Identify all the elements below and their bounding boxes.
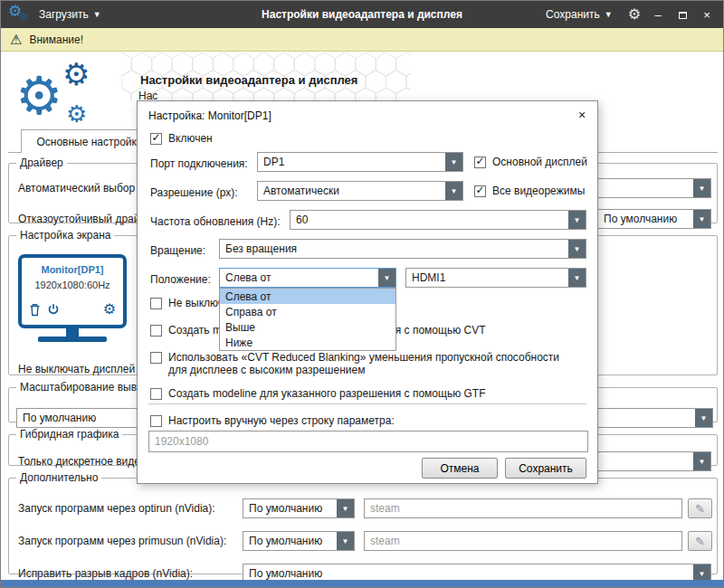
dropdown-arrow-icon	[445, 153, 462, 171]
titlebar: ⚙ ⚙ Загрузить ▼ Настройки видеоадаптера …	[1, 1, 723, 28]
minimize-button[interactable]: –	[651, 9, 665, 21]
enabled-checkbox[interactable]: Включен	[150, 132, 213, 145]
gear-icon[interactable]: ⚙	[103, 302, 116, 317]
maximize-icon	[679, 12, 687, 19]
position-label: Положение:	[150, 273, 211, 286]
checkbox-box	[150, 133, 162, 145]
monitor-widget[interactable]: Monitor[DP1] 1920x1080:60Hz ⚙	[18, 254, 129, 343]
hybrid-select[interactable]	[597, 451, 711, 471]
dropdown-arrow-icon	[693, 210, 710, 228]
maximize-button[interactable]	[675, 9, 690, 21]
all-modes-label: Все видеорежимы	[492, 185, 585, 197]
dropdown-arrow-icon	[445, 182, 462, 200]
keep-display-on-label: Не выключать дисплей	[18, 363, 135, 375]
checkbox-box	[150, 298, 162, 309]
gtf-checkbox[interactable]: Создать modeline для указанного разрешен…	[150, 387, 486, 400]
primusrun-mode-select[interactable]: По умолчанию	[243, 531, 355, 551]
chevron-down-icon: ▼	[605, 11, 613, 19]
dropdown-option-above[interactable]: Выше	[220, 319, 395, 335]
dropdown-option-below[interactable]: Ниже	[220, 335, 395, 350]
all-modes-checkbox[interactable]: Все видеорежимы	[474, 185, 585, 197]
cvt-rb-label: Использовать «CVT Reduced Blanking» умен…	[168, 351, 561, 376]
monitor-base	[38, 337, 107, 342]
settings-gear-icon[interactable]: ⚙	[628, 7, 641, 22]
load-menu-button[interactable]: Загрузить ▼	[33, 5, 107, 24]
checkbox-box	[150, 352, 162, 364]
enabled-label: Включен	[168, 132, 213, 145]
gear-icon: ⚙	[15, 70, 62, 122]
dialog-close-button[interactable]: ×	[574, 107, 590, 123]
dropdown-option-right-of[interactable]: Справа от	[220, 304, 395, 319]
dropdown-arrow-icon	[693, 452, 710, 470]
dropdown-arrow-icon	[378, 269, 395, 287]
driver-auto-value	[598, 179, 693, 197]
relative-output-value: HDMI1	[406, 269, 568, 287]
rotation-value: Без вращения	[220, 240, 568, 258]
pencil-icon: ✎	[695, 503, 705, 515]
dropdown-arrow-icon	[337, 532, 354, 550]
primary-display-checkbox[interactable]: Основной дисплей	[474, 156, 587, 168]
primusrun-command-input[interactable]	[364, 531, 682, 551]
hybrid-legend: Гибридная графика	[16, 428, 122, 441]
gtf-label: Создать modeline для указанного разрешен…	[168, 387, 486, 400]
monitor-stand	[66, 328, 79, 337]
checkbox-box	[474, 156, 486, 168]
chevron-down-icon: ▼	[93, 11, 101, 19]
position-dropdown-list: Слева от Справа от Выше Ниже	[219, 288, 396, 351]
save-button[interactable]: Сохранить	[505, 458, 586, 479]
port-select[interactable]: DP1	[257, 152, 463, 172]
relative-output-select[interactable]: HDMI1	[405, 268, 586, 288]
driver-fallback-select[interactable]: По умолчанию	[597, 209, 711, 229]
dropdown-arrow-icon	[337, 499, 354, 517]
resolution-value: Автоматически	[258, 182, 445, 200]
optirun-mode-select[interactable]: По умолчанию	[243, 498, 355, 518]
rotation-select[interactable]: Без вращения	[219, 239, 586, 259]
optirun-mode-value: По умолчанию	[243, 499, 337, 517]
rotation-label: Вращение:	[150, 244, 205, 257]
position-value: Слева от	[220, 269, 378, 287]
cvt-rb-checkbox[interactable]: Использовать «CVT Reduced Blanking» умен…	[150, 351, 561, 376]
page-logo-gears-icon: ⚙ ⚙ ⚙	[14, 61, 113, 137]
dialog-title: Настройка: Monitor[DP1]	[148, 109, 272, 122]
extra-legend: Дополнительно	[16, 471, 101, 484]
primusrun-mode-value: По умолчанию	[243, 532, 337, 550]
manual-checkbox[interactable]: Настроить вручную через строку параметра…	[150, 414, 395, 427]
warning-icon: ⚠	[10, 33, 22, 46]
dropdown-option-left-of[interactable]: Слева от	[220, 289, 395, 304]
optirun-edit-button[interactable]: ✎	[688, 498, 712, 518]
close-button[interactable]: ×	[700, 9, 714, 21]
hybrid-value	[598, 452, 693, 470]
refresh-select[interactable]: 60	[290, 210, 586, 230]
tearfix-label: Исправить разрыв кадров (nVidia):	[18, 567, 193, 580]
app-window: ⚙ ⚙ Загрузить ▼ Настройки видеоадаптера …	[0, 0, 724, 588]
primusrun-label: Запуск программ через primusun (nVidia):	[18, 535, 226, 547]
resolution-select[interactable]: Автоматически	[257, 181, 463, 201]
manual-param-input[interactable]	[148, 431, 588, 452]
monitor-settings-dialog: Настройка: Monitor[DP1] × Включен Порт п…	[137, 100, 598, 484]
save-menu-button[interactable]: Сохранить ▼	[540, 5, 618, 24]
power-icon[interactable]	[47, 303, 60, 317]
dialog-separator	[148, 403, 586, 404]
driver-fallback-value: По умолчанию	[598, 210, 693, 228]
refresh-value: 60	[291, 211, 568, 229]
screen-legend: Настройка экрана	[16, 229, 114, 242]
gear-icon: ⚙	[19, 12, 29, 23]
driver-auto-select[interactable]	[597, 178, 711, 198]
warning-banner: ⚠ Внимание!	[1, 28, 723, 52]
driver-legend: Драйвер	[16, 156, 67, 169]
primary-display-label: Основной дисплей	[492, 156, 587, 168]
dropdown-arrow-icon	[568, 211, 586, 229]
checkbox-box	[474, 185, 486, 197]
resolution-label: Разрешение (px):	[150, 186, 238, 199]
pencil-icon: ✎	[695, 536, 705, 547]
optirun-command-input[interactable]	[364, 498, 682, 518]
primusrun-edit-button[interactable]: ✎	[688, 531, 712, 551]
cancel-button[interactable]: Отмена	[422, 458, 498, 479]
dropdown-arrow-icon	[568, 269, 586, 287]
monitor-mode: 1920x1080:60Hz	[22, 280, 123, 290]
optirun-label: Запуск программ через optirun (nVidia):	[18, 502, 215, 515]
dropdown-arrow-icon	[695, 409, 712, 427]
trash-icon[interactable]	[29, 303, 41, 317]
load-menu-label: Загрузить	[39, 8, 89, 21]
position-select[interactable]: Слева от	[219, 268, 396, 288]
